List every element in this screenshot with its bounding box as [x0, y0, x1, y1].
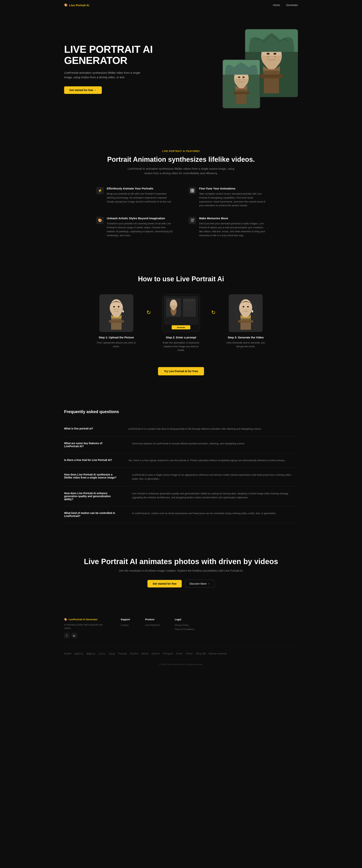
- footer-logo-icon: 🎨: [64, 618, 67, 621]
- svg-point-41: [242, 306, 244, 308]
- svg-rect-34: [184, 307, 194, 308]
- lang-zh-tw[interactable]: 繁體中文: [87, 652, 96, 655]
- step-3-title: Step 3: Generate the Video: [217, 336, 274, 339]
- footer-top: 🎨 LivePortrait Ai Generator Ai animates …: [64, 618, 298, 638]
- lang-da[interactable]: Dansk: [176, 652, 182, 655]
- footer-tagline: Ai animates photos with keywords and vid…: [64, 623, 105, 630]
- footer-contact-link[interactable]: Contact: [121, 624, 130, 626]
- hero-subtitle: LivePortrait animation synthesizes lifel…: [64, 70, 143, 80]
- footer-terms-link[interactable]: Terms & Conditions: [175, 628, 194, 631]
- faq-question-6: What kind of motion can be controlled in…: [64, 512, 117, 518]
- feature-text-2: Fine-Tune Your Animations Take complete …: [199, 187, 266, 208]
- step-3-desc: Click Generate and in seconds, you will …: [225, 341, 266, 348]
- features-grid: ⚡ Effortlessly Animate Your Portraits Br…: [96, 187, 266, 237]
- lang-pt[interactable]: Português: [163, 652, 173, 655]
- step-3: Step 3: Generate the Video Click Generat…: [217, 294, 274, 348]
- cta-buttons: Get started for free Discover More →: [64, 580, 298, 588]
- lang-ja[interactable]: 日本語: [109, 652, 115, 655]
- faq-question-2: What are some key features of LivePortra…: [64, 442, 117, 448]
- step-2-title: Step 2: Enter a prompt: [153, 336, 209, 339]
- footer-privacy-link[interactable]: Privacy Policy: [175, 624, 194, 626]
- nav-generator-link[interactable]: Generator: [286, 4, 298, 7]
- feature-title-1: Effortlessly Animate Your Portraits: [107, 187, 174, 190]
- footer-col-product: Product Live Portrait Ai: [145, 618, 160, 638]
- step-1-desc: First, Upload the picture you wish to sh…: [96, 341, 137, 348]
- logo-icon: 🎨: [64, 3, 68, 7]
- svg-rect-33: [184, 305, 193, 306]
- cta-primary-button[interactable]: Get started for free: [147, 580, 182, 587]
- faq-item-5: How does Live Portrait Ai enhance genera…: [64, 487, 298, 506]
- footer-languages: English 简体中文 繁體中文 한국어 日本語 Français Españ…: [64, 648, 298, 655]
- svg-rect-32: [184, 303, 195, 304]
- feature-item-2: 🎛️ Fine-Tune Your Animations Take comple…: [188, 187, 266, 208]
- lang-de[interactable]: Deutsch: [151, 652, 160, 655]
- cta-secondary-button[interactable]: Discover More →: [185, 580, 215, 588]
- svg-text:Generate: Generate: [177, 327, 185, 329]
- faq-answer-5: Live Portrait Ai enhances generation qua…: [132, 492, 298, 500]
- svg-rect-35: [184, 308, 192, 310]
- hero-cta-button[interactable]: Get started for free →: [64, 86, 102, 94]
- faq-item-2: What are some key features of LivePortra…: [64, 436, 298, 453]
- footer-col-legal: Legal Privacy Policy Terms & Conditions: [175, 618, 194, 638]
- howto-section: How to use Live Portrait Ai: [0, 256, 362, 394]
- step-2: Generate Step 2: Enter a prompt Enter th…: [153, 294, 209, 352]
- feature-desc-3: Transform your portraits into stunning w…: [107, 222, 174, 237]
- svg-point-46: [252, 311, 253, 313]
- svg-point-20: [118, 306, 120, 308]
- svg-point-5: [273, 53, 276, 55]
- svg-point-42: [247, 306, 249, 308]
- lang-english[interactable]: English: [64, 652, 71, 655]
- twitter-icon[interactable]: 𝕏: [64, 633, 69, 638]
- cta-description: Join the revolution in Ai-driven image c…: [64, 569, 298, 572]
- feature-desc-4: Don't just limit your animated portraits…: [199, 222, 266, 237]
- lang-tr[interactable]: Türkce: [185, 652, 192, 655]
- step-2-image: Generate: [162, 294, 200, 332]
- faq-answer-1: LivePortrait Ai is a project that aims t…: [128, 427, 298, 431]
- svg-rect-31: [184, 300, 195, 302]
- cta-title: Live Portrait AI animates photos with dr…: [64, 557, 298, 566]
- social-links: 𝕏 ▶: [64, 633, 105, 638]
- steps-grid: Step 1: Upload the Picture First, Upload…: [64, 294, 298, 352]
- step-3-image: [229, 294, 263, 332]
- feature-text-1: Effortlessly Animate Your Portraits Brin…: [107, 187, 174, 204]
- nav-home-link[interactable]: Home: [273, 4, 280, 7]
- feature-text-3: Unleash Artistic Styles Beyond Imaginati…: [107, 217, 174, 237]
- faq-item-4: How does Live Portrait Ai synthesize a l…: [64, 468, 298, 487]
- faq-question-4: How does Live Portrait Ai synthesize a l…: [64, 473, 117, 479]
- feature-title-4: Make Memories Move: [199, 217, 266, 220]
- lang-zh-cn[interactable]: 简体中文: [74, 652, 84, 655]
- features-description: LivePortrait Ai animation synthesizes li…: [124, 166, 238, 176]
- feature-icon-1: ⚡: [96, 187, 104, 194]
- lang-fr[interactable]: Français: [118, 652, 127, 655]
- feature-title-2: Fine-Tune Your Animations: [199, 187, 266, 190]
- lang-it[interactable]: Italiano: [141, 652, 149, 655]
- feature-icon-4: 🎬: [188, 217, 196, 224]
- youtube-icon[interactable]: ▶: [72, 633, 77, 638]
- lang-vi[interactable]: Tiếng Việt: [195, 652, 206, 655]
- step-1: Step 1: Upload the Picture First, Upload…: [88, 294, 145, 348]
- faq-title: Frequently asked questions: [64, 409, 298, 414]
- navbar: 🎨 Live Portrait Ai Home Generator: [0, 0, 362, 10]
- howto-cta-button[interactable]: Try Live Portrait Ai for Free: [158, 367, 204, 375]
- howto-title: How to use Live Portrait Ai: [64, 275, 298, 283]
- faq-question-3: Is there a free trial for Live Portrait …: [64, 459, 113, 462]
- feature-icon-3: 🎨: [96, 217, 104, 224]
- faq-question-5: How does Live Portrait Ai enhance genera…: [64, 492, 117, 501]
- features-section: Live Portrait Ai Features Portrait Anima…: [0, 131, 362, 256]
- nav-links: Home Generator: [273, 4, 298, 7]
- footer-col-product-heading: Product: [145, 618, 160, 621]
- lang-id[interactable]: Bahasa Indonesia: [209, 652, 227, 655]
- cta-section: Live Portrait AI animates photos with dr…: [0, 538, 362, 607]
- nav-logo[interactable]: 🎨 Live Portrait Ai: [64, 3, 89, 7]
- svg-rect-21: [111, 318, 122, 330]
- svg-point-4: [267, 53, 270, 55]
- faq-question-1: What is live portrait ai?: [64, 427, 113, 430]
- feature-item-1: ⚡ Effortlessly Animate Your Portraits Br…: [96, 187, 174, 208]
- step-arrow-2: ↻: [209, 309, 217, 316]
- svg-rect-22: [109, 320, 124, 322]
- lang-ko[interactable]: 한국어: [99, 652, 105, 655]
- faq-answer-4: LivePortrait Ai uses a single source ima…: [132, 473, 298, 481]
- footer-product-link[interactable]: Live Portrait Ai: [145, 624, 160, 626]
- footer-brand: 🎨 LivePortrait Ai Generator Ai animates …: [64, 618, 105, 638]
- lang-es[interactable]: Español: [130, 652, 138, 655]
